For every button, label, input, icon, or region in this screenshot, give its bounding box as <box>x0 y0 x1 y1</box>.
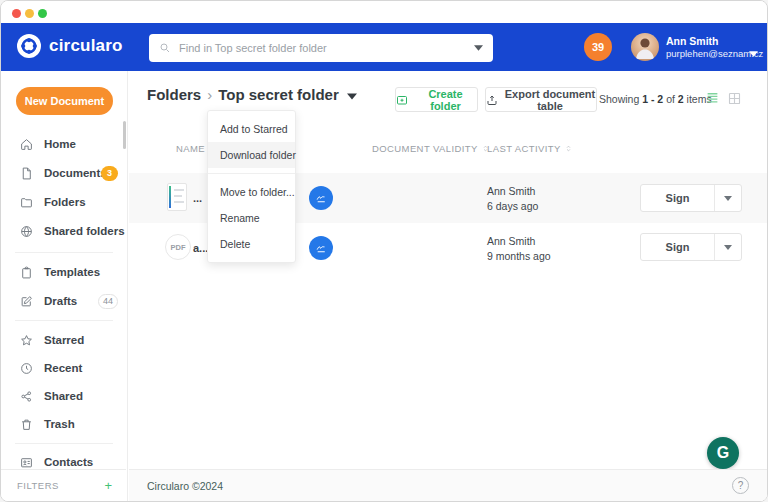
sidebar-divider <box>15 320 113 321</box>
signature-status-icon[interactable] <box>309 236 333 260</box>
sidebar-item-label: Recent <box>44 362 82 374</box>
menu-item-move-to-folder[interactable]: Move to folder... <box>208 179 295 205</box>
sidebar-item-label: Shared <box>44 390 83 402</box>
sidebar: New Document Home Documents 3 Folders Sh… <box>1 71 128 501</box>
sort-icon <box>565 144 572 153</box>
minimize-window-button[interactable] <box>25 9 34 18</box>
sidebar-item-documents[interactable]: Documents 3 <box>1 159 127 187</box>
clock-icon <box>20 362 33 375</box>
add-filter-button[interactable]: + <box>104 478 112 493</box>
sidebar-item-label: Starred <box>44 334 84 346</box>
sign-options-caret-icon[interactable] <box>714 185 741 211</box>
sidebar-item-label: Templates <box>44 266 100 278</box>
folder-plus-icon <box>396 94 408 106</box>
menu-item-rename[interactable]: Rename <box>208 205 295 231</box>
share-icon <box>20 390 33 403</box>
sign-button[interactable]: Sign <box>641 234 714 260</box>
sidebar-divider <box>15 252 113 253</box>
brand-name: circularo <box>49 36 123 56</box>
sign-options-caret-icon[interactable] <box>714 234 741 260</box>
sidebar-item-trash[interactable]: Trash <box>1 410 127 438</box>
app-window: circularo 39 Ann Smith purplehen@seznam.… <box>0 0 768 502</box>
search-icon <box>159 42 171 54</box>
breadcrumb-current[interactable]: Top secret folder <box>218 86 339 103</box>
grid-view-toggle[interactable] <box>727 91 742 106</box>
sidebar-item-label: Contacts <box>44 456 93 468</box>
results-count: Showing 1 - 2 of 2 items <box>599 93 712 105</box>
trash-icon <box>20 418 33 431</box>
contacts-icon <box>20 456 33 469</box>
sidebar-item-drafts[interactable]: Drafts 44 <box>1 287 127 315</box>
breadcrumb-separator: › <box>207 86 212 103</box>
search-input[interactable] <box>179 42 466 54</box>
last-activity: Ann Smith 6 days ago <box>487 184 538 214</box>
breadcrumb-parent[interactable]: Folders <box>147 86 201 103</box>
copyright-text: Circularo ©2024 <box>147 480 732 492</box>
home-icon <box>20 138 33 151</box>
export-icon <box>486 94 498 106</box>
brand-logo[interactable]: circularo <box>16 33 123 59</box>
document-thumbnail <box>167 183 187 211</box>
globe-icon <box>20 225 33 238</box>
star-icon <box>20 334 33 347</box>
sidebar-item-label: Trash <box>44 418 75 430</box>
grammarly-badge[interactable]: G <box>707 437 739 469</box>
notifications-badge[interactable]: 39 <box>584 33 612 61</box>
folder-context-menu: Add to Starred Download folder Move to f… <box>207 110 296 263</box>
drafts-count-badge: 44 <box>98 294 118 309</box>
main-content: Folders › Top secret folder Create folde… <box>129 71 767 501</box>
titlebar <box>1 1 767 23</box>
sidebar-item-home[interactable]: Home <box>1 130 127 158</box>
sign-button[interactable]: Sign <box>641 185 714 211</box>
menu-item-add-to-starred[interactable]: Add to Starred <box>208 116 295 142</box>
filters-section: FILTERS + <box>1 469 126 501</box>
search-scope-caret-icon[interactable] <box>474 45 483 51</box>
sidebar-item-recent[interactable]: Recent <box>1 354 127 382</box>
draft-icon <box>20 295 33 308</box>
sidebar-item-folders[interactable]: Folders <box>1 188 127 216</box>
sign-split-button: Sign <box>640 233 742 261</box>
sidebar-divider <box>15 443 113 444</box>
menu-item-download-folder[interactable]: Download folder <box>208 142 295 168</box>
breadcrumb[interactable]: Folders › Top secret folder <box>147 86 357 103</box>
app-header: circularo 39 Ann Smith purplehen@seznam.… <box>1 23 767 71</box>
menu-divider <box>208 173 295 174</box>
signature-status-icon[interactable] <box>309 186 333 210</box>
sidebar-item-label: Drafts <box>44 295 77 307</box>
sidebar-item-label: Folders <box>44 196 86 208</box>
sign-split-button: Sign <box>640 184 742 212</box>
pdf-file-icon: PDF <box>165 234 191 260</box>
close-window-button[interactable] <box>12 9 21 18</box>
search-bar[interactable] <box>149 34 493 62</box>
sidebar-item-label: Home <box>44 138 76 150</box>
export-document-table-button[interactable]: Export document table <box>485 87 597 112</box>
sidebar-item-label: Documents <box>44 167 107 179</box>
create-folder-label: Create folder <box>414 88 477 112</box>
column-header-activity[interactable]: LAST ACTIVITY <box>487 143 572 154</box>
circularo-logo-icon <box>16 33 42 59</box>
menu-item-delete[interactable]: Delete <box>208 231 295 257</box>
last-activity: Ann Smith 9 months ago <box>487 234 551 264</box>
documents-count-badge: 3 <box>101 166 118 181</box>
column-header-validity[interactable]: DOCUMENT VALIDITY <box>372 143 489 154</box>
document-name[interactable]: a... <box>193 242 208 254</box>
clipboard-icon <box>20 266 33 279</box>
sidebar-item-templates[interactable]: Templates <box>1 258 127 286</box>
export-label: Export document table <box>504 88 596 112</box>
folder-menu-caret-icon[interactable] <box>347 86 357 103</box>
sidebar-item-shared[interactable]: Shared <box>1 382 127 410</box>
list-view-toggle[interactable] <box>705 91 720 104</box>
fullscreen-window-button[interactable] <box>38 9 47 18</box>
create-folder-button[interactable]: Create folder <box>395 87 478 112</box>
sidebar-item-shared-folders[interactable]: Shared folders <box>1 217 127 245</box>
help-button[interactable]: ? <box>732 477 749 494</box>
new-document-button[interactable]: New Document <box>16 87 113 115</box>
filters-label: FILTERS <box>17 480 104 491</box>
folder-icon <box>20 196 33 209</box>
document-name[interactable]: ... <box>193 192 202 204</box>
sidebar-item-label: Shared folders <box>44 225 125 237</box>
footer: Circularo ©2024 ? <box>129 469 767 501</box>
user-menu-caret-icon[interactable] <box>749 43 758 61</box>
sidebar-item-starred[interactable]: Starred <box>1 326 127 354</box>
avatar[interactable] <box>631 33 659 61</box>
